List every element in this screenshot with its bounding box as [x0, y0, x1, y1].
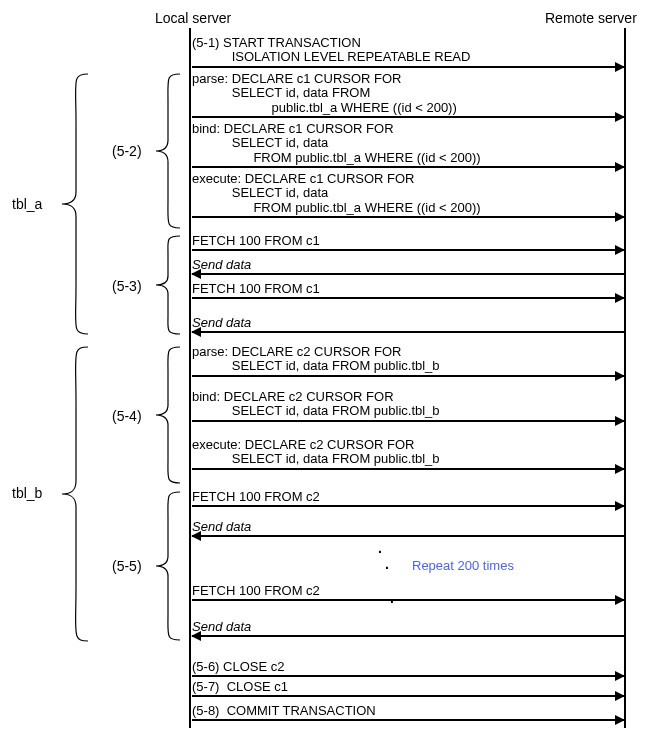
msg-text: bind: DECLARE c1 CURSOR FOR SELECT id, d… — [192, 122, 624, 166]
repeat-label: Repeat 200 times — [412, 558, 514, 573]
msg-text: Send data — [192, 620, 624, 635]
arrow-right-icon — [192, 505, 624, 507]
arrow-left-icon — [192, 635, 624, 637]
msg-5-2-execute: execute: DECLARE c1 CURSOR FOR SELECT id… — [192, 172, 624, 218]
msg-5-5-fetch-2: FETCH 100 FROM c2 — [192, 584, 624, 601]
arrow-left-icon — [192, 331, 624, 333]
arrow-right-icon — [192, 216, 624, 218]
sequence-diagram: Local server Remote server tbl_a tbl_b (… — [0, 0, 664, 743]
msg-text: FETCH 100 FROM c1 — [192, 234, 624, 249]
step-label-5-4: (5-4) — [112, 408, 142, 424]
step-label-5-3: (5-3) — [112, 278, 142, 294]
msg-text: (5-1) START TRANSACTION ISOLATION LEVEL … — [192, 36, 624, 66]
step-label-5-5: (5-5) — [112, 558, 142, 574]
step-label-5-2: (5-2) — [112, 143, 142, 159]
msg-5-2-parse: parse: DECLARE c1 CURSOR FOR SELECT id, … — [192, 72, 624, 118]
arrow-right-icon — [192, 599, 624, 601]
arrow-right-icon — [192, 420, 624, 422]
arrow-right-icon — [192, 66, 624, 68]
msg-text: (5-7) CLOSE c1 — [192, 680, 624, 695]
arrow-left-icon — [192, 273, 624, 275]
msg-5-6: (5-6) CLOSE c2 — [192, 660, 624, 677]
msg-5-2-bind: bind: DECLARE c1 CURSOR FOR SELECT id, d… — [192, 122, 624, 168]
msg-text: FETCH 100 FROM c1 — [192, 282, 624, 297]
msg-text: FETCH 100 FROM c2 — [192, 490, 624, 505]
msg-text: Send data — [192, 258, 624, 273]
arrow-right-icon — [192, 297, 624, 299]
arrow-right-icon — [192, 166, 624, 168]
arrow-right-icon — [192, 695, 624, 697]
brace-label-tbl-b: tbl_b — [12, 485, 42, 501]
arrow-right-icon — [192, 468, 624, 470]
msg-text: execute: DECLARE c1 CURSOR FOR SELECT id… — [192, 172, 624, 216]
msg-5-4-parse: parse: DECLARE c2 CURSOR FOR SELECT id, … — [192, 345, 624, 377]
msg-text: FETCH 100 FROM c2 — [192, 584, 624, 599]
msg-5-5-send-1: Send data — [192, 520, 624, 537]
brace-label-tbl-a: tbl_a — [12, 196, 42, 212]
msg-text: (5-6) CLOSE c2 — [192, 660, 624, 675]
arrow-right-icon — [192, 375, 624, 377]
ellipsis-dot-icon: . — [385, 556, 389, 572]
msg-5-3-fetch-1: FETCH 100 FROM c1 — [192, 234, 624, 251]
participant-local: Local server — [155, 10, 231, 26]
msg-text: (5-8) COMMIT TRANSACTION — [192, 704, 624, 719]
msg-5-8: (5-8) COMMIT TRANSACTION — [192, 704, 624, 721]
msg-5-3-send-1: Send data — [192, 258, 624, 275]
msg-text: parse: DECLARE c2 CURSOR FOR SELECT id, … — [192, 345, 624, 375]
arrow-right-icon — [192, 719, 624, 721]
msg-text: execute: DECLARE c2 CURSOR FOR SELECT id… — [192, 438, 624, 468]
arrow-right-icon — [192, 249, 624, 251]
msg-5-7: (5-7) CLOSE c1 — [192, 680, 624, 697]
msg-5-1: (5-1) START TRANSACTION ISOLATION LEVEL … — [192, 36, 624, 68]
msg-text: parse: DECLARE c1 CURSOR FOR SELECT id, … — [192, 72, 624, 116]
arrow-right-icon — [192, 116, 624, 118]
arrow-right-icon — [192, 675, 624, 677]
msg-5-4-bind: bind: DECLARE c2 CURSOR FOR SELECT id, d… — [192, 390, 624, 422]
lifeline-local — [189, 28, 191, 728]
msg-5-5-send-2: Send data — [192, 620, 624, 637]
participant-remote: Remote server — [545, 10, 637, 26]
msg-5-3-fetch-2: FETCH 100 FROM c1 — [192, 282, 624, 299]
msg-text: bind: DECLARE c2 CURSOR FOR SELECT id, d… — [192, 390, 624, 420]
msg-5-4-execute: execute: DECLARE c2 CURSOR FOR SELECT id… — [192, 438, 624, 470]
ellipsis-dot-icon: . — [378, 540, 382, 556]
msg-5-5-fetch-1: FETCH 100 FROM c2 — [192, 490, 624, 507]
msg-5-3-send-2: Send data — [192, 316, 624, 333]
arrow-left-icon — [192, 535, 624, 537]
msg-text: Send data — [192, 316, 624, 331]
msg-text: Send data — [192, 520, 624, 535]
